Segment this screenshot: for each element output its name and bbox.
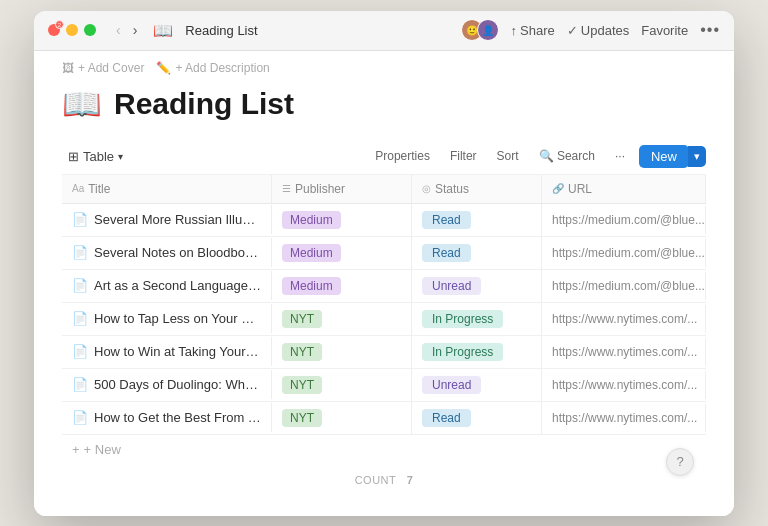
cell-publisher: Medium xyxy=(272,237,412,269)
titlebar: 2 ‹ › 📖 Reading List 🙂 👤 ↑ Share xyxy=(34,11,734,51)
search-icon: 🔍 xyxy=(539,149,554,163)
table-row[interactable]: 📄 How to Get the Best From Your Immu NYT… xyxy=(62,402,706,435)
image-icon: 🖼 xyxy=(62,61,74,75)
cell-title: 📄 Several More Russian Illustrators of I xyxy=(62,205,272,234)
new-button[interactable]: New xyxy=(639,145,689,168)
cell-status: Read xyxy=(412,204,542,236)
cell-status: In Progress xyxy=(412,336,542,368)
count-row: COUNT 7 xyxy=(62,464,706,496)
cell-status: Unread xyxy=(412,369,542,401)
properties-button[interactable]: Properties xyxy=(369,146,436,166)
cell-publisher: NYT xyxy=(272,336,412,368)
cell-url: https://www.nytimes.com/... xyxy=(542,305,706,333)
cell-url: https://medium.com/@blue... xyxy=(542,239,706,267)
window-title: Reading List xyxy=(185,23,452,38)
doc-icon: 📄 xyxy=(72,410,88,425)
sort-button[interactable]: Sort xyxy=(491,146,525,166)
publisher-tag: Medium xyxy=(282,244,341,262)
cell-title: 📄 How to Get the Best From Your Immu xyxy=(62,403,272,432)
more-button[interactable]: ••• xyxy=(700,21,720,39)
doc-icon: 📄 xyxy=(72,344,88,359)
status-badge: Unread xyxy=(422,277,481,295)
title-col-icon: Aa xyxy=(72,183,84,194)
help-button[interactable]: ? xyxy=(666,448,694,476)
minimize-button[interactable] xyxy=(66,24,78,36)
status-badge: Unread xyxy=(422,376,481,394)
favorite-button[interactable]: Favorite xyxy=(641,23,688,38)
title-text: How to Win at Taking Your Child to V xyxy=(94,344,261,359)
publisher-tag: Medium xyxy=(282,211,341,229)
cell-status: In Progress xyxy=(412,303,542,335)
column-header-status[interactable]: ◎ Status xyxy=(412,175,542,203)
page-actions: 🖼 + Add Cover ✏️ + Add Description xyxy=(62,51,706,81)
cell-publisher: Medium xyxy=(272,270,412,302)
publisher-tag: NYT xyxy=(282,310,322,328)
chevron-down-icon: ▾ xyxy=(118,151,123,162)
toolbar-more-button[interactable]: ··· xyxy=(609,146,631,166)
search-button[interactable]: 🔍 Search xyxy=(533,146,601,166)
table-view-button[interactable]: ⊞ Table ▾ xyxy=(62,146,129,167)
table-body: 📄 Several More Russian Illustrators of I… xyxy=(62,204,706,435)
publisher-col-icon: ☰ xyxy=(282,183,291,194)
add-description-button[interactable]: ✏️ + Add Description xyxy=(156,61,269,75)
table-header: Aa Title ☰ Publisher ◎ Status 🔗 URL xyxy=(62,175,706,204)
publisher-tag: NYT xyxy=(282,343,322,361)
check-icon: ✓ xyxy=(567,23,578,38)
cell-publisher: NYT xyxy=(272,303,412,335)
cell-url: https://www.nytimes.com/... xyxy=(542,404,706,432)
share-button[interactable]: ↑ Share xyxy=(511,23,555,38)
new-button-caret[interactable]: ▾ xyxy=(688,146,706,167)
cell-status: Read xyxy=(412,402,542,434)
column-header-url[interactable]: 🔗 URL xyxy=(542,175,706,203)
cell-title: 📄 Art as a Second Language @remind s xyxy=(62,271,272,300)
title-text: Several Notes on Bloodborne xyxy=(94,245,261,260)
publisher-tag: Medium xyxy=(282,277,341,295)
page-title: Reading List xyxy=(114,87,294,121)
back-button[interactable]: ‹ xyxy=(112,20,125,40)
maximize-button[interactable] xyxy=(84,24,96,36)
share-icon: ↑ xyxy=(511,23,518,38)
updates-button[interactable]: ✓ Updates xyxy=(567,23,629,38)
cell-publisher: Medium xyxy=(272,204,412,236)
url-col-icon: 🔗 xyxy=(552,183,564,194)
toolbar-actions: Properties Filter Sort 🔍 Search ··· New … xyxy=(369,145,706,168)
traffic-lights: 2 xyxy=(48,24,96,36)
close-button[interactable]: 2 xyxy=(48,24,60,36)
column-header-publisher[interactable]: ☰ Publisher xyxy=(272,175,412,203)
status-badge: Read xyxy=(422,244,471,262)
plus-icon: + xyxy=(72,442,80,457)
page-content: 🖼 + Add Cover ✏️ + Add Description 📖 Rea… xyxy=(34,51,734,516)
table: Aa Title ☰ Publisher ◎ Status 🔗 URL xyxy=(62,175,706,496)
page-icon-small: 📖 xyxy=(153,21,173,40)
filter-button[interactable]: Filter xyxy=(444,146,483,166)
title-text: How to Tap Less on Your Phone (but xyxy=(94,311,261,326)
cell-title: 📄 500 Days of Duolingo: What You Can xyxy=(62,370,272,399)
add-cover-button[interactable]: 🖼 + Add Cover xyxy=(62,61,144,75)
table-icon: ⊞ xyxy=(68,149,79,164)
add-row-button[interactable]: + + New xyxy=(62,435,706,464)
cell-publisher: NYT xyxy=(272,369,412,401)
cell-url: https://www.nytimes.com/... xyxy=(542,371,706,399)
doc-icon: 📄 xyxy=(72,245,88,260)
title-text: Art as a Second Language @remind s xyxy=(94,278,261,293)
cell-url: https://medium.com/@blue... xyxy=(542,272,706,300)
status-badge: Read xyxy=(422,409,471,427)
cell-title: 📄 How to Win at Taking Your Child to V xyxy=(62,337,272,366)
titlebar-actions: 🙂 👤 ↑ Share ✓ Updates Favorite ••• xyxy=(461,19,720,41)
title-text: 500 Days of Duolingo: What You Can xyxy=(94,377,261,392)
title-text: How to Get the Best From Your Immu xyxy=(94,410,261,425)
table-row[interactable]: 📄 How to Win at Taking Your Child to V N… xyxy=(62,336,706,369)
column-header-title[interactable]: Aa Title xyxy=(62,175,272,203)
table-row[interactable]: 📄 How to Tap Less on Your Phone (but NYT… xyxy=(62,303,706,336)
table-row[interactable]: 📄 500 Days of Duolingo: What You Can NYT… xyxy=(62,369,706,402)
cell-url: https://www.nytimes.com/... xyxy=(542,338,706,366)
cell-title: 📄 Several Notes on Bloodborne xyxy=(62,238,272,267)
forward-button[interactable]: › xyxy=(129,20,142,40)
table-row[interactable]: 📄 Art as a Second Language @remind s Med… xyxy=(62,270,706,303)
status-col-icon: ◎ xyxy=(422,183,431,194)
nav-buttons: ‹ › xyxy=(112,20,141,40)
doc-icon: 📄 xyxy=(72,212,88,227)
page-title-row: 📖 Reading List xyxy=(62,81,706,139)
table-row[interactable]: 📄 Several Notes on Bloodborne Medium Rea… xyxy=(62,237,706,270)
table-row[interactable]: 📄 Several More Russian Illustrators of I… xyxy=(62,204,706,237)
